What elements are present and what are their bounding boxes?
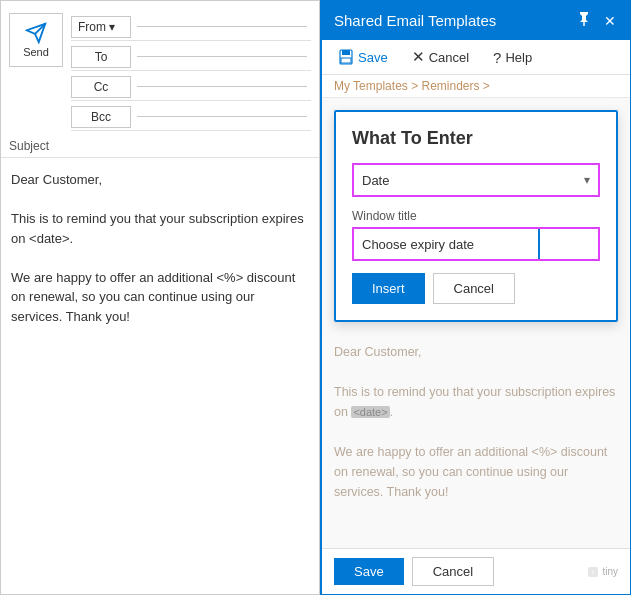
help-toolbar-button[interactable]: ? Help xyxy=(489,47,536,68)
window-title-label: Window title xyxy=(352,209,600,223)
preview-line1: Dear Customer, xyxy=(334,342,618,362)
insert-button[interactable]: Insert xyxy=(352,273,425,304)
bcc-field-line xyxy=(137,116,307,117)
select-arrow-icon: ▾ xyxy=(584,173,590,187)
help-label: Help xyxy=(505,50,532,65)
send-button[interactable]: Send xyxy=(9,13,63,67)
modal-buttons: Insert Cancel xyxy=(352,273,600,304)
send-label: Send xyxy=(23,46,49,58)
close-icon-button[interactable]: ✕ xyxy=(602,9,618,32)
cancel-toolbar-button[interactable]: ✕ Cancel xyxy=(408,46,473,68)
preview-date-tag: <date> xyxy=(351,406,389,418)
from-field-line xyxy=(137,26,307,27)
pin-icon-button[interactable] xyxy=(574,9,594,32)
breadcrumb: My Templates > Reminders > xyxy=(322,75,630,98)
bottom-bar: Save Cancel T tiny xyxy=(322,548,630,594)
from-button[interactable]: From ▾ xyxy=(71,16,131,38)
what-to-enter-modal: What To Enter Date ▾ Window title In xyxy=(334,110,618,322)
bcc-row: Bcc xyxy=(71,103,311,131)
cancel-bottom-button[interactable]: Cancel xyxy=(412,557,494,586)
email-compose-panel: Send From ▾ To Cc xyxy=(0,0,320,595)
subject-row: Subject xyxy=(1,135,319,158)
tiny-logo: T tiny xyxy=(586,565,618,579)
save-bottom-button[interactable]: Save xyxy=(334,558,404,585)
panel-header-icons: ✕ xyxy=(574,9,618,32)
from-chevron-icon: ▾ xyxy=(109,20,115,34)
preview-text-area: Dear Customer, This is to remind you tha… xyxy=(322,334,630,506)
type-select-value: Date xyxy=(362,173,584,188)
to-row: To xyxy=(71,43,311,71)
svg-text:T: T xyxy=(592,570,596,576)
from-row: From ▾ xyxy=(71,13,311,41)
bcc-button[interactable]: Bcc xyxy=(71,106,131,128)
svg-rect-4 xyxy=(341,58,351,63)
cc-field-line xyxy=(137,86,307,87)
window-title-input-row xyxy=(352,227,600,261)
to-button[interactable]: To xyxy=(71,46,131,68)
window-title-extra xyxy=(538,229,598,259)
modal-title: What To Enter xyxy=(352,128,600,149)
panel-title: Shared Email Templates xyxy=(334,12,496,29)
cc-button[interactable]: Cc xyxy=(71,76,131,98)
cc-row: Cc xyxy=(71,73,311,101)
preview-line2: This is to remind you that your subscrip… xyxy=(334,382,618,422)
to-field-line xyxy=(137,56,307,57)
panel-toolbar: Save ✕ Cancel ? Help xyxy=(322,40,630,75)
type-select[interactable]: Date ▾ xyxy=(352,163,600,197)
email-header: Send From ▾ To Cc xyxy=(1,9,319,135)
templates-panel: Shared Email Templates ✕ Save ✕ Cancel xyxy=(320,0,631,595)
preview-line3: We are happy to offer an additional <%> … xyxy=(334,442,618,502)
window-title-group: Window title xyxy=(352,209,600,261)
save-toolbar-button[interactable]: Save xyxy=(334,47,392,67)
cancel-label: Cancel xyxy=(429,50,469,65)
breadcrumb-text: My Templates > Reminders > xyxy=(334,79,490,93)
email-body: Dear Customer, This is to remind you tha… xyxy=(1,158,319,338)
type-selector-group: Date ▾ xyxy=(352,163,600,197)
window-title-input[interactable] xyxy=(354,229,538,259)
panel-header: Shared Email Templates ✕ xyxy=(322,1,630,40)
save-label: Save xyxy=(358,50,388,65)
svg-rect-3 xyxy=(342,50,350,55)
email-fields: From ▾ To Cc Bcc xyxy=(71,13,311,131)
panel-content: What To Enter Date ▾ Window title In xyxy=(322,98,630,548)
modal-cancel-button[interactable]: Cancel xyxy=(433,273,515,304)
tiny-text: tiny xyxy=(602,566,618,577)
